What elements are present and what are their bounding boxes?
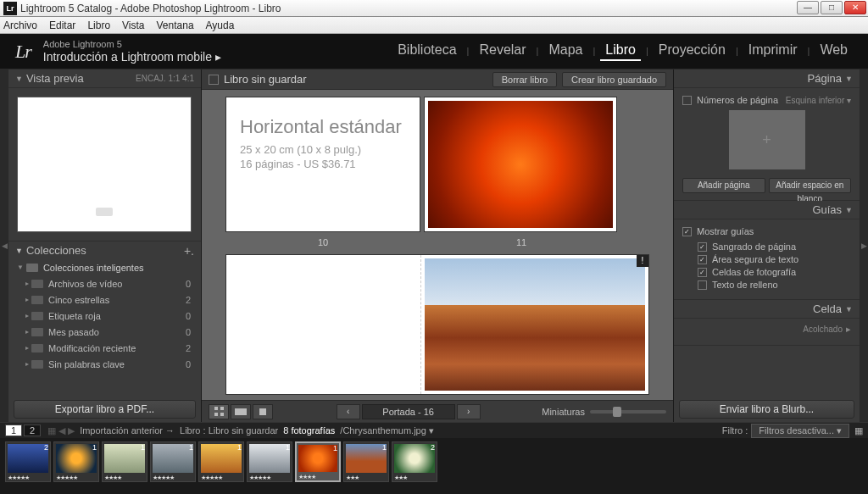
filmstrip-thumb[interactable]: 1★★★★★	[150, 441, 196, 482]
module-libro[interactable]: Libro	[600, 42, 641, 61]
filmstrip: 1 2 ▦ ◀ ▶ Importación anterior → Libro :…	[0, 422, 868, 494]
guide-option[interactable]: Sangrado de página	[698, 241, 851, 252]
filmstrip-thumb[interactable]: 1★★★	[343, 441, 389, 482]
filmstrip-thumb[interactable]: 1★★★★★	[247, 441, 292, 482]
current-filename[interactable]: /Chrysanthemum.jpg ▾	[340, 425, 434, 436]
breadcrumb[interactable]: Libro : Libro sin guardar	[180, 425, 278, 436]
cell-panel-header[interactable]: Celda ▼	[674, 300, 860, 319]
export-pdf-button[interactable]: Exportar libro a PDF...	[14, 400, 196, 419]
filmstrip-thumb[interactable]: 1★★★★	[102, 441, 147, 482]
guide-checkbox[interactable]	[698, 242, 707, 252]
menu-editar[interactable]: Editar	[49, 19, 75, 31]
spread-right-page[interactable]	[421, 255, 648, 394]
maximize-button[interactable]: □	[821, 1, 843, 14]
warning-icon[interactable]: !	[637, 255, 648, 267]
flower-image	[428, 101, 613, 228]
filmstrip-thumb[interactable]: 2★★★★★	[5, 441, 51, 482]
filter-select[interactable]: Filtros desactiva... ▾	[751, 424, 849, 438]
menu-vista[interactable]: Vista	[122, 19, 144, 31]
window-titlebar: Lr Lightroom 5 Catalog - Adobe Photoshop…	[0, 0, 868, 17]
filmstrip-thumbs: 2★★★★★1★★★★★1★★★★1★★★★★1★★★★★1★★★★★1★★★★…	[0, 438, 868, 486]
guides-panel: Mostrar guías Sangrado de páginaÁrea seg…	[674, 219, 860, 300]
center-bottombar: ‹ Portada - 16 › Miniaturas	[202, 400, 673, 422]
desert-image	[425, 258, 645, 391]
menu-libro[interactable]: Libro	[87, 19, 110, 31]
guide-checkbox[interactable]	[698, 255, 707, 264]
page-spread[interactable]: !	[225, 254, 649, 395]
right-edge-collapse[interactable]: ▶	[860, 69, 868, 422]
module-biblioteca[interactable]: Biblioteca	[392, 42, 461, 58]
spread-left-page[interactable]	[226, 255, 421, 394]
collection-item[interactable]: ▸Cinco estrellas2	[14, 291, 196, 308]
add-blank-button[interactable]: Añadir espacio en blanco	[769, 178, 852, 193]
thumbnail-size-slider[interactable]	[590, 410, 666, 414]
guide-option[interactable]: Área segura de texto	[698, 254, 851, 264]
disclosure-icon: ▼	[15, 247, 23, 255]
disclosure-icon: ▼	[845, 206, 853, 214]
view-single-button[interactable]	[253, 404, 273, 419]
menu-ventana[interactable]: Ventana	[157, 19, 194, 31]
view-spread-button[interactable]	[231, 404, 251, 419]
screen-button-2[interactable]: 2	[24, 425, 41, 436]
page-template-preview[interactable]: +	[729, 110, 805, 169]
center-topbar: Libro sin guardar Borrar libro Crear lib…	[202, 69, 673, 90]
add-collection-icon[interactable]: +.	[184, 244, 194, 258]
guide-checkbox[interactable]	[698, 280, 707, 290]
collection-group[interactable]: ▼Colecciones inteligentes	[14, 259, 196, 275]
send-to-blurb-button[interactable]: Enviar libro a Blurb...	[679, 400, 854, 419]
page-number-label: 11	[424, 237, 619, 247]
show-guides-checkbox[interactable]	[682, 227, 692, 236]
module-mapa[interactable]: Mapa	[543, 42, 587, 58]
filmstrip-thumb[interactable]: 1★★★★	[295, 441, 341, 482]
book-status-icon	[209, 75, 219, 85]
page-panel: Números de página Esquina inferior ▾ + A…	[674, 88, 860, 201]
guide-option[interactable]: Texto de relleno	[698, 280, 851, 290]
view-grid-button[interactable]	[209, 404, 229, 419]
filter-switch-icon[interactable]: ▦	[854, 425, 863, 436]
filmstrip-thumb[interactable]: 1★★★★★	[53, 441, 99, 482]
page-range-label[interactable]: Portada - 16	[362, 404, 455, 419]
minimize-button[interactable]: —	[797, 1, 819, 14]
preview-image[interactable]	[17, 97, 192, 232]
guide-checkbox[interactable]	[698, 268, 707, 277]
prev-page-button[interactable]: ‹	[337, 404, 360, 419]
thumbnails-label: Miniaturas	[542, 407, 585, 417]
pages-area[interactable]: Horizontal estándar 25 x 20 cm (10 x 8 p…	[202, 90, 673, 400]
next-page-button[interactable]: ›	[457, 404, 481, 419]
module-imprimir[interactable]: Imprimir	[743, 42, 803, 58]
module-web[interactable]: Web	[815, 42, 853, 58]
guides-panel-header[interactable]: Guías ▼	[674, 201, 860, 219]
disclosure-icon: ▼	[15, 75, 23, 83]
guide-option[interactable]: Celdas de fotografía	[698, 267, 851, 277]
close-button[interactable]: ✕	[844, 1, 866, 14]
collection-item[interactable]: ▸Etiqueta roja0	[14, 308, 196, 324]
page-cover-info[interactable]: Horizontal estándar 25 x 20 cm (10 x 8 p…	[225, 97, 420, 232]
module-proyección[interactable]: Proyección	[654, 42, 731, 58]
corner-select[interactable]: Esquina inferior ▾	[786, 96, 851, 105]
collection-item[interactable]: ▸Mes pasado0	[14, 324, 196, 340]
collections-panel-header[interactable]: ▼ Colecciones +.	[8, 241, 201, 259]
breadcrumb[interactable]: Importación anterior →	[80, 425, 175, 436]
cell-panel: Acolchado▸	[674, 319, 860, 346]
filmstrip-thumb[interactable]: 2★★★	[392, 441, 437, 482]
collection-item[interactable]: ▸Archivos de vídeo0	[14, 275, 196, 291]
app-logo: Lr	[15, 41, 31, 63]
module-revelar[interactable]: Revelar	[474, 42, 531, 58]
preview-panel-header[interactable]: ▼ Vista previa ENCAJ. 1:1 4:1	[8, 69, 201, 88]
clear-book-button[interactable]: Borrar libro	[492, 72, 557, 87]
screen-button-1[interactable]: 1	[5, 425, 22, 436]
page-panel-header[interactable]: Página ▼	[674, 69, 860, 88]
right-panel: Página ▼ Números de página Esquina infer…	[673, 69, 860, 422]
filmstrip-thumb[interactable]: 1★★★★★	[198, 441, 244, 482]
menu-archivo[interactable]: Archivo	[3, 19, 37, 31]
collection-item[interactable]: ▸Sin palabras clave0	[14, 356, 196, 372]
add-page-button[interactable]: Añadir página	[682, 178, 765, 193]
page-numbers-checkbox[interactable]	[682, 96, 692, 105]
collection-item[interactable]: ▸Modificación reciente2	[14, 340, 196, 356]
page-photo[interactable]	[424, 97, 617, 232]
save-book-button[interactable]: Crear libro guardado	[562, 72, 666, 87]
left-edge-collapse[interactable]: ◀	[0, 69, 8, 422]
main-area: ◀ ▼ Vista previa ENCAJ. 1:1 4:1 ▼ Colecc…	[0, 69, 868, 422]
menu-ayuda[interactable]: Ayuda	[206, 19, 235, 31]
padding-select[interactable]: Acolchado	[803, 325, 843, 334]
